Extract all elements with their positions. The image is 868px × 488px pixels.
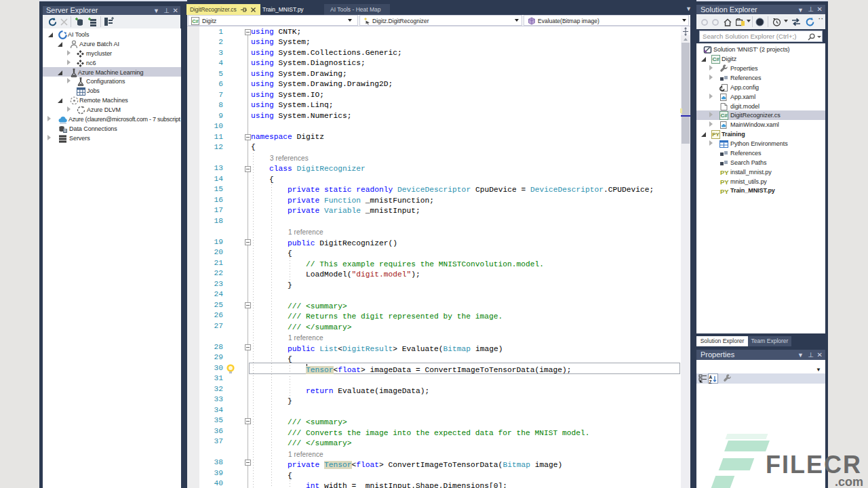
svg-text:PY: PY [712,131,719,138]
svg-text:PY: PY [720,178,729,186]
svg-text:C#: C# [192,18,199,24]
svg-text:PY: PY [720,188,729,195]
svg-text:PY: PY [720,169,729,176]
svg-text:C#: C# [720,113,728,119]
svg-text:Z: Z [709,380,712,384]
svg-text:C#: C# [712,56,719,62]
